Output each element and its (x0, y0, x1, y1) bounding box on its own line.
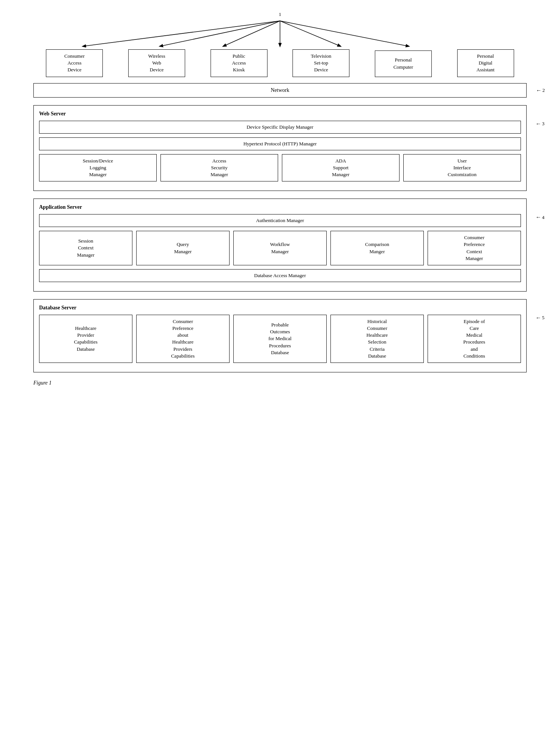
access-security-manager: AccessSecurityManager (160, 154, 278, 182)
devices-row: ConsumerAccessDevice WirelessWebDevice P… (33, 49, 527, 77)
svg-line-1 (160, 21, 280, 46)
db-server-boxes: HealthcareProviderCapabilitiesDatabase C… (39, 315, 521, 363)
network-label: Network (271, 87, 289, 93)
database-access-manager: Database Access Manager (39, 269, 521, 282)
db-server-section: Database Server ← 5 HealthcareProviderCa… (33, 299, 527, 372)
workflow-manager: WorkflowManager (233, 231, 327, 265)
app-server-title: Application Server (39, 204, 521, 210)
device-personal-computer: PersonalComputer (375, 50, 432, 77)
web-server-title: Web Server (39, 111, 521, 117)
session-context-manager: SessionContextManager (39, 231, 132, 265)
device-wireless-web: WirelessWebDevice (128, 49, 185, 77)
network-bar: Network (33, 83, 527, 98)
device-public-access: PublicAccessKiosk (211, 49, 267, 77)
consumer-preference-context: ConsumerPreferenceContextManager (428, 231, 521, 265)
device-personal-digital: PersonalDigitalAssistant (457, 49, 514, 77)
top-section: 1 ConsumerAccessDevice WirelessWebDevice (33, 11, 527, 98)
figure-caption: Figure 1 (33, 380, 527, 386)
diagram: 1 ConsumerAccessDevice WirelessWebDevice (33, 11, 527, 386)
http-manager: Hypertext Protocol (HTTP) Manager (39, 137, 521, 150)
session-device-logging: Session/DeviceLoggingManager (39, 154, 157, 182)
healthcare-provider-db: HealthcareProviderCapabilitiesDatabase (39, 315, 132, 363)
db-server-title: Database Server (39, 305, 521, 311)
app-server-section: Application Server ← 4 Authentication Ma… (33, 199, 527, 292)
top-arrows-svg (52, 19, 508, 49)
label-2: ← 2 (536, 87, 545, 93)
device-television: TelevisionSet-topDevice (293, 49, 349, 77)
authentication-manager: Authentication Manager (39, 214, 521, 227)
app-server-boxes: SessionContextManager QueryManager Workf… (39, 231, 521, 265)
ada-support-manager: ADASupportManager (282, 154, 400, 182)
svg-line-4 (280, 21, 341, 46)
device-specific-display: Device Specific Display Manager (39, 121, 521, 134)
node1-label: 1 (279, 11, 282, 17)
svg-line-0 (83, 21, 280, 46)
svg-line-5 (280, 21, 409, 46)
label-5: ← 5 (536, 315, 545, 321)
web-server-boxes: Session/DeviceLoggingManager AccessSecur… (39, 154, 521, 182)
label-3: ← 3 (536, 121, 545, 127)
web-server-section: Web Server ← 3 Device Specific Display M… (33, 105, 527, 191)
user-interface-customization: UserInterfaceCustomization (403, 154, 521, 182)
device-consumer-access: ConsumerAccessDevice (46, 49, 103, 77)
query-manager: QueryManager (136, 231, 230, 265)
label-4: ← 4 (536, 214, 545, 221)
episode-of-care-db: Episode ofCareMedicalProceduresandCondit… (428, 315, 521, 363)
historical-consumer-db: HistoricalConsumerHealthcareSelectionCri… (330, 315, 424, 363)
comparison-manager: ComparisonManger (330, 231, 424, 265)
probable-outcomes-db: ProbableOutcomesfor MedicalProceduresDat… (233, 315, 327, 363)
consumer-preference-db: ConsumerPreferenceaboutHealthcareProvide… (136, 315, 230, 363)
